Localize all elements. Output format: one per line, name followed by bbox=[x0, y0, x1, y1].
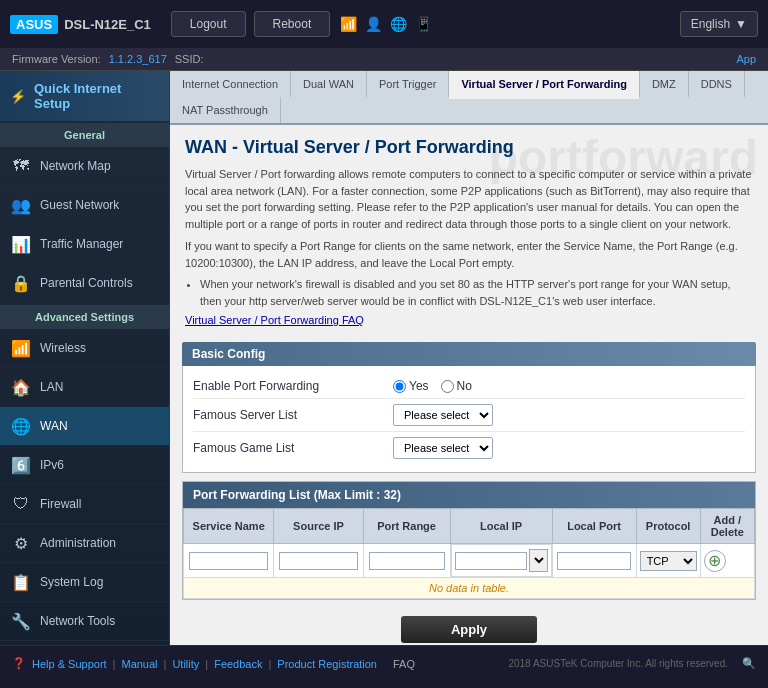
sidebar-item-label: Traffic Manager bbox=[40, 237, 123, 251]
local-ip-dropdown[interactable]: ▼ bbox=[529, 549, 547, 572]
sidebar-item-wireless[interactable]: 📶 Wireless bbox=[0, 329, 169, 368]
description-p2: If you want to specify a Port Range for … bbox=[185, 238, 753, 271]
apply-button[interactable]: Apply bbox=[401, 616, 537, 643]
page-title: WAN - Virtual Server / Port Forwarding bbox=[185, 137, 753, 158]
famous-game-row: Famous Game List Please select bbox=[193, 432, 745, 464]
description-p1: Virtual Server / Port forwarding allows … bbox=[185, 166, 753, 232]
sidebar-item-network-tools[interactable]: 🔧 Network Tools bbox=[0, 602, 169, 641]
footer-copyright: 2018 ASUSTeK Computer Inc. All rights re… bbox=[508, 658, 728, 669]
basic-config-header: Basic Config bbox=[182, 342, 756, 366]
td-add-btn[interactable]: ⊕ bbox=[700, 544, 754, 578]
td-local-port-input[interactable] bbox=[552, 544, 636, 578]
add-rule-button[interactable]: ⊕ bbox=[704, 550, 726, 572]
th-local-port: Local Port bbox=[552, 509, 636, 544]
enable-pf-radio-group: Yes No bbox=[393, 379, 472, 393]
sidebar-item-label: LAN bbox=[40, 380, 63, 394]
globe-icon: 🌐 bbox=[390, 16, 407, 32]
quick-internet-setup[interactable]: ⚡ Quick Internet Setup bbox=[0, 71, 169, 121]
famous-server-select[interactable]: Please select bbox=[393, 404, 493, 426]
tab-port-trigger[interactable]: Port Trigger bbox=[367, 71, 449, 97]
footer-faq[interactable]: FAQ bbox=[393, 658, 415, 670]
help-icon: ❓ bbox=[12, 657, 26, 670]
top-bar: ASUS DSL-N12E_C1 Logout Reboot 📶 👤 🌐 📱 E… bbox=[0, 0, 768, 48]
firmware-bar-icons: App bbox=[736, 53, 756, 65]
sidebar-item-guest-network[interactable]: 👥 Guest Network bbox=[0, 186, 169, 225]
footer-search-icon[interactable]: 🔍 bbox=[742, 657, 756, 670]
tab-dmz[interactable]: DMZ bbox=[640, 71, 689, 97]
language-selector[interactable]: English ▼ bbox=[680, 11, 758, 37]
ipv6-icon: 6️⃣ bbox=[10, 454, 32, 476]
network-map-icon: 🗺 bbox=[10, 155, 32, 177]
reboot-button[interactable]: Reboot bbox=[254, 11, 331, 37]
footer-pipe-3: | bbox=[268, 658, 271, 670]
sidebar-item-administration[interactable]: ⚙ Administration bbox=[0, 524, 169, 563]
service-name-input[interactable] bbox=[189, 552, 268, 570]
top-icons: 📶 👤 🌐 📱 bbox=[340, 16, 432, 32]
tabs-bar: Internet Connection Dual WAN Port Trigge… bbox=[170, 71, 768, 125]
tab-ddns[interactable]: DDNS bbox=[689, 71, 745, 97]
administration-icon: ⚙ bbox=[10, 532, 32, 554]
protocol-select[interactable]: TCP UDP BOTH bbox=[640, 551, 697, 571]
sidebar-item-label: Firewall bbox=[40, 497, 81, 511]
wireless-icon: 📶 bbox=[10, 337, 32, 359]
local-port-input[interactable] bbox=[557, 552, 630, 570]
famous-server-row: Famous Server List Please select bbox=[193, 399, 745, 432]
faq-link[interactable]: Virtual Server / Port Forwarding FAQ bbox=[185, 314, 753, 326]
td-protocol-select[interactable]: TCP UDP BOTH bbox=[636, 544, 700, 578]
footer-utility-link[interactable]: Utility bbox=[172, 658, 199, 670]
td-service-name-input[interactable] bbox=[184, 544, 274, 578]
sidebar-item-lan[interactable]: 🏠 LAN bbox=[0, 368, 169, 407]
quick-setup-label: Quick Internet Setup bbox=[34, 81, 159, 111]
parental-controls-icon: 🔒 bbox=[10, 272, 32, 294]
pf-table-header: Port Forwarding List (Max Limit : 32) bbox=[183, 482, 755, 508]
radio-no[interactable] bbox=[441, 380, 454, 393]
td-source-ip-input[interactable] bbox=[274, 544, 363, 578]
sidebar-item-label: IPv6 bbox=[40, 458, 64, 472]
footer-feedback-link[interactable]: Feedback bbox=[214, 658, 262, 670]
footer-manual-link[interactable]: Manual bbox=[121, 658, 157, 670]
sidebar-item-traffic-manager[interactable]: 📊 Traffic Manager bbox=[0, 225, 169, 264]
top-bar-buttons: Logout Reboot bbox=[171, 11, 330, 37]
help-support-link[interactable]: Help & Support bbox=[32, 658, 107, 670]
sidebar-item-wan[interactable]: 🌐 WAN bbox=[0, 407, 169, 446]
footer-product-reg-link[interactable]: Product Registration bbox=[277, 658, 377, 670]
tab-virtual-server[interactable]: Virtual Server / Port Forwarding bbox=[449, 71, 639, 99]
famous-game-select[interactable]: Please select bbox=[393, 437, 493, 459]
firmware-version[interactable]: 1.1.2.3_617 bbox=[109, 53, 167, 65]
sidebar-item-label: System Log bbox=[40, 575, 103, 589]
sidebar-item-firewall[interactable]: 🛡 Firewall bbox=[0, 485, 169, 524]
pf-table: Service Name Source IP Port Range Local … bbox=[183, 508, 755, 599]
sidebar-item-label: Network Tools bbox=[40, 614, 115, 628]
famous-server-label: Famous Server List bbox=[193, 408, 393, 422]
tab-dual-wan[interactable]: Dual WAN bbox=[291, 71, 367, 97]
sidebar-item-network-map[interactable]: 🗺 Network Map bbox=[0, 147, 169, 186]
sidebar-item-label: Wireless bbox=[40, 341, 86, 355]
sidebar-item-system-log[interactable]: 📋 System Log bbox=[0, 563, 169, 602]
port-range-input[interactable] bbox=[369, 552, 445, 570]
logout-button[interactable]: Logout bbox=[171, 11, 246, 37]
asus-logo: ASUS bbox=[10, 15, 58, 34]
radio-no-label[interactable]: No bbox=[441, 379, 472, 393]
footer-separator: | bbox=[113, 658, 116, 670]
radio-yes[interactable] bbox=[393, 380, 406, 393]
sidebar-item-ipv6[interactable]: 6️⃣ IPv6 bbox=[0, 446, 169, 485]
td-local-ip-input[interactable]: ▼ bbox=[451, 544, 552, 577]
tab-nat-passthrough[interactable]: NAT Passthrough bbox=[170, 97, 281, 123]
sidebar-item-label: WAN bbox=[40, 419, 68, 433]
app-label: App bbox=[736, 53, 756, 65]
general-section-title: General bbox=[0, 123, 169, 147]
sidebar-item-label: Administration bbox=[40, 536, 116, 550]
footer-pipe-2: | bbox=[205, 658, 208, 670]
firmware-label: Firmware Version: bbox=[12, 53, 101, 65]
page-description: Virtual Server / Port forwarding allows … bbox=[185, 166, 753, 309]
tab-internet-connection[interactable]: Internet Connection bbox=[170, 71, 291, 97]
page-header: portforward WAN - Virtual Server / Port … bbox=[170, 125, 768, 334]
td-port-range-input[interactable] bbox=[363, 544, 450, 578]
usb-icon: 📱 bbox=[415, 16, 432, 32]
source-ip-input[interactable] bbox=[279, 552, 357, 570]
description-bullet1: When your network's firewall is disabled… bbox=[200, 276, 753, 309]
radio-yes-label[interactable]: Yes bbox=[393, 379, 429, 393]
sidebar-item-parental-controls[interactable]: 🔒 Parental Controls bbox=[0, 264, 169, 303]
lang-label: English bbox=[691, 17, 730, 31]
local-ip-input[interactable] bbox=[455, 552, 528, 570]
